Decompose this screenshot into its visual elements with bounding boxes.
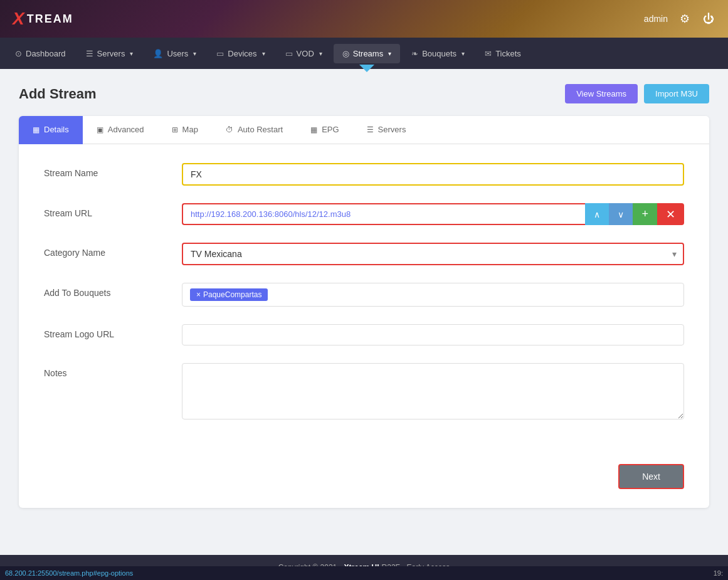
vod-icon: ▭ (285, 49, 293, 58)
nav-item-vod[interactable]: ▭ VOD ▾ (277, 44, 331, 63)
notes-control (182, 363, 684, 421)
bouquets-icon: ❧ (411, 49, 418, 58)
streams-caret (359, 65, 374, 72)
notes-label: Notes (44, 363, 182, 378)
logo: X TREAM (13, 9, 73, 29)
nav-label-tickets: Tickets (495, 49, 521, 58)
advanced-tab-icon: ▣ (97, 125, 103, 134)
nav-item-dashboard[interactable]: ⊙ Dashboard (6, 44, 75, 63)
logo-row: Stream Logo URL (44, 324, 684, 345)
tickets-icon: ✉ (485, 49, 492, 58)
auto-restart-tab-icon: ⏱ (226, 125, 233, 134)
map-tab-icon: ⊞ (172, 125, 178, 134)
details-tab-icon: ▦ (33, 125, 40, 134)
devices-icon: ▭ (216, 49, 224, 58)
gear-icon[interactable]: ⚙ (678, 12, 692, 26)
tab-map-label: Map (182, 125, 198, 134)
form-card: ▦ Details ▣ Advanced ⊞ Map ⏱ Auto Restar… (19, 116, 709, 508)
tabs: ▦ Details ▣ Advanced ⊞ Map ⏱ Auto Restar… (19, 116, 709, 144)
nav-label-bouquets: Bouquets (422, 49, 456, 58)
url-add-button[interactable]: + (633, 203, 657, 225)
bouquets-input[interactable]: × PaqueCompartas (182, 283, 684, 307)
category-row: Category Name TV Mexicana ▾ (44, 243, 684, 265)
stream-url-row: Stream URL ∧ ∨ + ✕ (44, 203, 684, 225)
tab-advanced[interactable]: ▣ Advanced (83, 116, 158, 144)
servers-tab-icon: ☰ (367, 125, 374, 134)
category-label: Category Name (44, 243, 182, 258)
streams-icon: ◎ (342, 49, 349, 58)
status-time: 19: (714, 569, 723, 577)
page-title: Add Stream (19, 86, 96, 102)
nav-label-servers: Servers (97, 49, 125, 58)
tab-epg-label: EPG (322, 125, 339, 134)
nav-item-streams[interactable]: ◎ Streams ▾ (334, 44, 400, 63)
stream-url-control: ∧ ∨ + ✕ (182, 203, 684, 225)
stream-name-control (182, 163, 684, 186)
logo-url-input[interactable] (182, 324, 684, 345)
import-m3u-button[interactable]: Import M3U (644, 84, 709, 103)
form-footer: Next (19, 458, 709, 508)
content: Add Stream View Streams Import M3U ▦ Det… (0, 69, 728, 555)
url-remove-button[interactable]: ✕ (657, 203, 684, 225)
status-url: 68.200.21:25500/stream.php#epg-options (5, 569, 133, 577)
stream-name-input[interactable] (182, 163, 684, 186)
nav-label-dashboard: Dashboard (26, 49, 66, 58)
epg-tab-icon: ▦ (310, 125, 317, 134)
logo-control (182, 324, 684, 345)
nav-label-users: Users (167, 49, 188, 58)
bouquets-dropdown-arrow: ▾ (462, 50, 465, 57)
header: X TREAM admin ⚙ ⏻ (0, 0, 728, 38)
status-bar: 68.200.21:25500/stream.php#epg-options 1… (0, 566, 728, 580)
servers-dropdown-arrow: ▾ (130, 50, 133, 57)
url-up-button[interactable]: ∧ (585, 203, 609, 225)
logo-label: Stream Logo URL (44, 324, 182, 339)
dashboard-icon: ⊙ (15, 49, 22, 58)
stream-name-label: Stream Name (44, 163, 182, 178)
category-control: TV Mexicana ▾ (182, 243, 684, 265)
category-select[interactable]: TV Mexicana (182, 243, 684, 265)
nav-label-streams: Streams (353, 49, 383, 58)
notes-row: Notes (44, 363, 684, 421)
logo-tream: TREAM (27, 13, 73, 26)
users-dropdown-arrow: ▾ (193, 50, 196, 57)
logo-x: X (13, 9, 24, 29)
tab-servers-label: Servers (378, 125, 406, 134)
bouquets-row: Add To Bouquets × PaqueCompartas (44, 283, 684, 307)
nav-label-devices: Devices (228, 49, 256, 58)
notes-textarea[interactable] (182, 363, 684, 419)
vod-dropdown-arrow: ▾ (319, 50, 322, 57)
admin-label: admin (644, 14, 668, 24)
page-header: Add Stream View Streams Import M3U (19, 84, 709, 103)
bouquets-label: Add To Bouquets (44, 283, 182, 298)
tab-epg[interactable]: ▦ EPG (297, 116, 352, 144)
power-icon[interactable]: ⏻ (702, 12, 715, 26)
next-button[interactable]: Next (618, 464, 684, 489)
tab-auto-restart[interactable]: ⏱ Auto Restart (212, 116, 297, 144)
header-buttons: View Streams Import M3U (565, 84, 709, 103)
tab-servers[interactable]: ☰ Servers (353, 116, 420, 144)
form-body: Stream Name Stream URL ∧ ∨ + ✕ (19, 144, 709, 458)
tab-map[interactable]: ⊞ Map (158, 116, 212, 144)
url-row: ∧ ∨ + ✕ (182, 203, 684, 225)
nav-item-servers[interactable]: ☰ Servers ▾ (77, 44, 142, 63)
users-icon: 👤 (153, 49, 163, 58)
view-streams-button[interactable]: View Streams (565, 84, 638, 103)
nav-item-devices[interactable]: ▭ Devices ▾ (208, 44, 273, 63)
tab-details-label: Details (44, 125, 69, 134)
header-right: admin ⚙ ⏻ (644, 12, 715, 26)
bouquet-tag-remove[interactable]: × (196, 290, 201, 299)
nav: ⊙ Dashboard ☰ Servers ▾ 👤 Users ▾ ▭ Devi… (0, 38, 728, 69)
servers-icon: ☰ (86, 49, 93, 58)
stream-name-row: Stream Name (44, 163, 684, 186)
stream-url-label: Stream URL (44, 203, 182, 218)
stream-url-input[interactable] (182, 203, 585, 225)
nav-label-vod: VOD (297, 49, 314, 58)
tab-details[interactable]: ▦ Details (19, 116, 83, 144)
url-down-button[interactable]: ∨ (609, 203, 633, 225)
nav-item-tickets[interactable]: ✉ Tickets (476, 44, 530, 63)
nav-item-bouquets[interactable]: ❧ Bouquets ▾ (403, 44, 473, 63)
devices-dropdown-arrow: ▾ (262, 50, 265, 57)
tab-advanced-label: Advanced (108, 125, 144, 134)
nav-item-users[interactable]: 👤 Users ▾ (144, 44, 205, 63)
streams-dropdown-arrow: ▾ (388, 50, 391, 57)
